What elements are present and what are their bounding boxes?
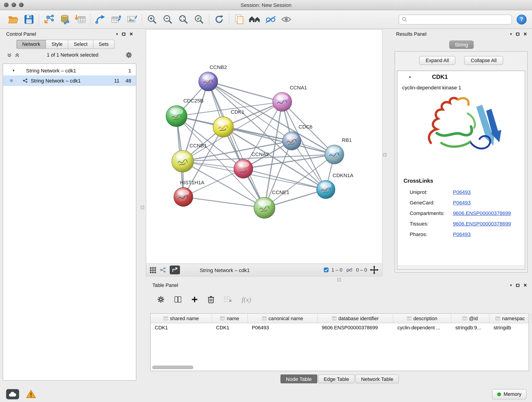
gene-expander-icon[interactable]: ▾ — [409, 75, 411, 79]
status-bar: Memory — [0, 388, 532, 402]
import-table-button[interactable] — [73, 12, 88, 27]
tab-node-table[interactable]: Node Table — [280, 375, 317, 383]
crosslink-tissues-link[interactable]: 9606.ENSP00000378699 — [453, 221, 511, 226]
tab-string[interactable]: String — [449, 40, 474, 49]
memory-button[interactable]: Memory — [492, 389, 526, 399]
network-edge[interactable] — [208, 82, 264, 208]
table-options-gear-icon[interactable] — [157, 296, 165, 303]
window-close-button[interactable] — [4, 3, 8, 7]
network-node-ccnb2[interactable] — [199, 72, 218, 91]
expander-icon[interactable]: ▾ — [13, 69, 14, 72]
network-options-gear-icon[interactable] — [125, 51, 132, 58]
zoom-in-button[interactable] — [144, 12, 160, 27]
open-session-button[interactable] — [6, 12, 21, 27]
panel-float-icon[interactable] — [516, 32, 519, 35]
tab-style[interactable]: Style — [46, 40, 68, 49]
help-button[interactable]: ? — [517, 14, 526, 24]
panel-float-icon[interactable] — [516, 284, 519, 287]
network-edge[interactable] — [183, 197, 264, 208]
hide-panels-button[interactable] — [263, 12, 278, 27]
search-input[interactable] — [399, 14, 512, 24]
network-node-rb1[interactable] — [325, 145, 344, 164]
network-node-cdc25b[interactable] — [166, 106, 187, 127]
panel-float-icon[interactable] — [122, 32, 126, 35]
save-session-button[interactable] — [21, 12, 37, 27]
column-header-id[interactable]: @id — [451, 314, 489, 323]
network-node-ccna1[interactable] — [273, 92, 292, 111]
network-node-ccna2[interactable] — [234, 159, 253, 178]
column-header-namespace[interactable]: namespac — [489, 314, 531, 323]
delete-column-trash-icon[interactable] — [208, 295, 215, 304]
export-view-button[interactable] — [170, 265, 180, 274]
network-node-cdc6[interactable] — [283, 132, 301, 150]
scrollbar-thumb[interactable] — [152, 366, 193, 369]
crosslink-compartments-link[interactable]: 9606.ENSP00000378699 — [453, 210, 511, 216]
import-network-database-button[interactable] — [57, 12, 72, 27]
column-header-name[interactable]: name — [212, 314, 248, 323]
results-panel: Results Panel ▾ × String Expand All Coll… — [393, 30, 530, 273]
column-header-database-identifier[interactable]: database identifier — [317, 314, 393, 323]
cloud-status-button[interactable] — [6, 389, 19, 399]
panel-close-icon[interactable]: × — [129, 31, 133, 37]
panel-close-icon[interactable]: × — [524, 282, 527, 288]
tab-select[interactable]: Select — [68, 40, 93, 49]
tab-network-table[interactable]: Network Table — [355, 375, 399, 383]
panel-menu-icon[interactable]: ▾ — [116, 32, 118, 36]
panel-close-icon[interactable]: × — [524, 31, 527, 37]
crosslink-pharos-link[interactable]: P06493 — [453, 231, 471, 237]
network-edge[interactable] — [183, 82, 208, 161]
delete-table-icon[interactable] — [224, 296, 232, 303]
panel-menu-icon[interactable]: ▾ — [510, 283, 512, 287]
export-image-button[interactable] — [124, 12, 139, 27]
duplicate-document-button[interactable] — [231, 12, 247, 27]
grid-view-icon[interactable] — [150, 267, 156, 273]
splitter-handle[interactable] — [141, 206, 144, 209]
network-collection-row[interactable]: ▾ String Network – cdk1 1 — [3, 65, 136, 75]
hidden-glasses-icon[interactable] — [345, 267, 353, 273]
network-from-selection-button[interactable] — [93, 12, 108, 27]
warning-button[interactable] — [26, 389, 36, 400]
zoom-selected-button[interactable] — [191, 12, 207, 27]
collapse-all-button[interactable]: Collapse All — [464, 56, 503, 65]
collapse-all-icon[interactable] — [7, 53, 12, 57]
home-button[interactable] — [247, 12, 263, 27]
results-scrollbar[interactable] — [397, 265, 525, 269]
column-header-canonical-name[interactable]: canonical name — [248, 314, 317, 323]
column-header-description[interactable]: description — [393, 314, 451, 323]
network-list-item[interactable]: String Network – cdk1 11 48 — [3, 75, 136, 86]
pan-crosshair-icon[interactable] — [370, 265, 379, 274]
splitter-handle[interactable] — [383, 153, 386, 157]
network-node-hist1h1a[interactable] — [174, 187, 193, 206]
panel-menu-icon[interactable]: ▾ — [510, 32, 512, 36]
crosslink-row: Uniprot: P06493 — [397, 187, 525, 197]
zoom-out-button[interactable] — [160, 12, 176, 27]
tab-edge-table[interactable]: Edge Table — [318, 375, 355, 383]
network-canvas[interactable]: CCNB2CCNA1CDC25BCDK1CDC6RB1CCNB1CCNA2CDK… — [146, 30, 382, 264]
zoom-fit-button[interactable] — [176, 12, 191, 27]
selected-checkbox-icon[interactable] — [323, 267, 329, 273]
crosslink-genecard-link[interactable]: P06493 — [453, 200, 471, 205]
column-header-shared-name[interactable]: shared name — [151, 314, 212, 323]
refresh-icon — [214, 14, 224, 24]
network-node-ccne1[interactable] — [254, 197, 275, 218]
export-table-button[interactable] — [108, 12, 124, 27]
tab-network[interactable]: Network — [16, 40, 46, 49]
refresh-view-button[interactable] — [211, 12, 227, 27]
table-row[interactable]: CDK1 CDK1 P06493 9606.ENSP00000378699 cy… — [151, 323, 529, 332]
window-zoom-button[interactable] — [19, 3, 23, 7]
expand-all-button[interactable]: Expand All — [419, 56, 455, 65]
network-node-ccnb1[interactable] — [172, 150, 194, 172]
crosslink-uniprot-link[interactable]: P06493 — [453, 189, 471, 195]
import-network-file-button[interactable] — [41, 12, 57, 27]
show-panels-button[interactable] — [278, 12, 294, 27]
network-node-cdk1[interactable] — [213, 117, 234, 137]
show-columns-icon[interactable] — [174, 296, 182, 303]
birdseye-view-icon[interactable] — [159, 267, 166, 273]
network-node-cdkn1a[interactable] — [317, 180, 335, 199]
expand-all-icon[interactable] — [15, 53, 20, 57]
window-minimize-button[interactable] — [12, 3, 16, 7]
function-builder-button[interactable]: f(x) — [242, 296, 251, 303]
node-label: CCNB2 — [210, 64, 227, 70]
tab-sets[interactable]: Sets — [93, 40, 114, 49]
add-column-icon[interactable] — [191, 296, 198, 303]
